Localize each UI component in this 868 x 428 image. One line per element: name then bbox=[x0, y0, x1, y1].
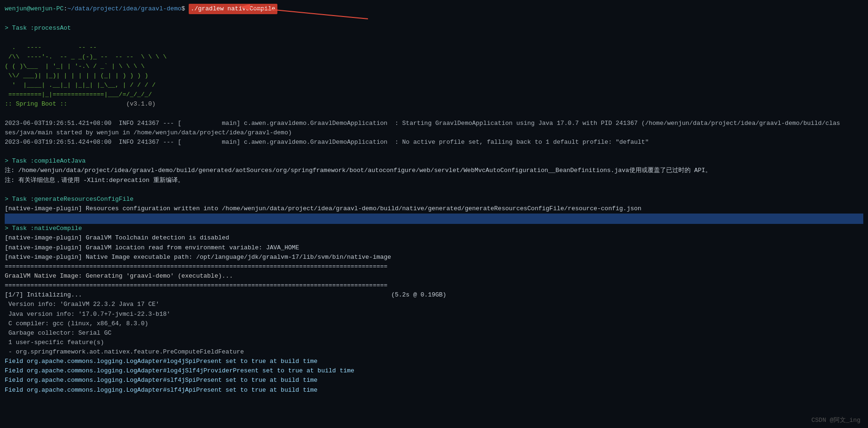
field-line-3: Field org.apache.commons.logging.LogAdap… bbox=[5, 376, 863, 385]
warn-line-2: 注: 有关详细信息，请使用 -Xlint:deprecation 重新编译。 bbox=[5, 176, 863, 185]
highlight-bar bbox=[5, 214, 863, 224]
field-line-2: Field org.apache.commons.logging.LogAdap… bbox=[5, 366, 863, 376]
ascii-art-4: \\/ ___)| |_)| | | | | | (_| | ) ) ) ) bbox=[5, 71, 863, 81]
info-line-2: 2023-06-03T19:26:51.424+08:00 INFO 24136… bbox=[5, 138, 863, 147]
plugin-line-2: [native-image-plugin] GraalVM Toolchain … bbox=[5, 233, 863, 243]
field-line-4: Field org.apache.commons.logging.LogAdap… bbox=[5, 386, 863, 395]
prompt-path: ~/data/project/idea/graavl-demo bbox=[67, 4, 182, 14]
task-processaot: > Task :processAot bbox=[5, 24, 863, 33]
springboot-version-line: :: Spring Boot :: (v3.1.0) bbox=[5, 99, 863, 109]
command-box: ./gradlew nativeCompile bbox=[189, 4, 277, 14]
task-compileaotjava: > Task :compileAotJava bbox=[5, 156, 863, 166]
task-nativecompile: > Task :nativeCompile bbox=[5, 224, 863, 233]
warn-line-1: 注: /home/wenjun/data/project/idea/graavl… bbox=[5, 166, 863, 175]
blank-line-4 bbox=[5, 147, 863, 156]
progress-1-7: [1/7] Initializing... (5.2s @ 0.19GB) bbox=[5, 290, 863, 300]
blank-line-2 bbox=[5, 33, 863, 42]
gc-info: Garbage collector: Serial GC bbox=[5, 329, 863, 338]
feature-name: - org.springframework.aot.nativex.featur… bbox=[5, 347, 863, 357]
c-compiler-info: C compiler: gcc (linux, x86_64, 8.3.0) bbox=[5, 319, 863, 329]
blank-line-5 bbox=[5, 185, 863, 195]
watermark: CSDN @阿文_ing bbox=[811, 416, 860, 424]
separator-1: ========================================… bbox=[5, 262, 863, 272]
ascii-art-3: ( ( )\___ | '_| | '-.\ / _` | \ \ \ \ bbox=[5, 62, 863, 71]
ascii-art-2: /\\ ----'-. -- _ _(-)_ -- -- -- \ \ \ \ bbox=[5, 52, 863, 62]
prompt-separator: : bbox=[64, 4, 67, 14]
ascii-art-1: . ---- -- -- bbox=[5, 43, 863, 52]
blank-line-3 bbox=[5, 109, 863, 119]
ascii-art-5: ' |____| .__|_| |_|_| |_\__, | / / / / bbox=[5, 81, 863, 90]
prompt-user: wenjun@wenjun-PC bbox=[5, 4, 64, 14]
user-features: 1 user-specific feature(s) bbox=[5, 338, 863, 347]
plugin-line-4: [native-image-plugin] Native Image execu… bbox=[5, 253, 863, 262]
field-line-1: Field org.apache.commons.logging.LogAdap… bbox=[5, 357, 863, 366]
ascii-art-6: =========|_|==============|___/=/_/_/_/ bbox=[5, 90, 863, 99]
graalvm-generating: GraalVM Native Image: Generating 'graavl… bbox=[5, 272, 863, 281]
java-version-info: Java version info: '17.0.7+7-jvmci-22.3-… bbox=[5, 310, 863, 319]
prompt-dollar: $ bbox=[181, 4, 189, 14]
plugin-line-1: [native-image-plugin] Resources configur… bbox=[5, 204, 863, 214]
task-generateresources: > Task :generateResourcesConfigFile bbox=[5, 195, 863, 204]
info-line-1: 2023-06-03T19:26:51.421+08:00 INFO 24136… bbox=[5, 119, 863, 138]
terminal: wenjun@wenjun-PC:~/data/project/idea/gra… bbox=[0, 0, 868, 428]
prompt-line: wenjun@wenjun-PC:~/data/project/idea/gra… bbox=[5, 4, 863, 14]
separator-2: ========================================… bbox=[5, 281, 863, 290]
blank-line-1 bbox=[5, 14, 863, 24]
version-info: Version info: 'GraalVM 22.3.2 Java 17 CE… bbox=[5, 300, 863, 309]
plugin-line-3: [native-image-plugin] GraalVM location r… bbox=[5, 243, 863, 253]
